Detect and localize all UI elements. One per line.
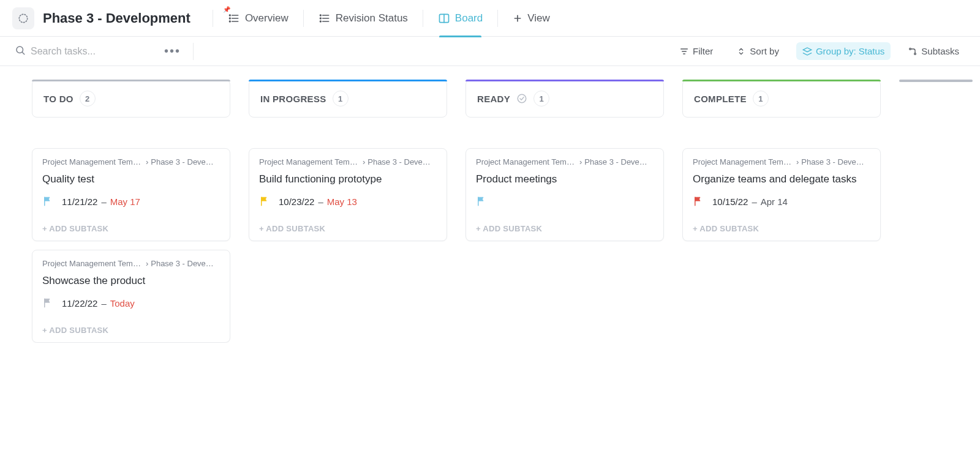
breadcrumb-leaf: Phase 3 - Deve…	[801, 157, 864, 166]
breadcrumb[interactable]: Project Management Tem…›Phase 3 - Deve…	[693, 157, 870, 166]
filter-button[interactable]: Filter	[673, 42, 719, 60]
flag-icon[interactable]	[693, 196, 704, 207]
breadcrumb-leaf: Phase 3 - Deve…	[151, 259, 214, 268]
date-separator: –	[752, 196, 756, 207]
tab-label: Board	[455, 12, 483, 24]
tab-board[interactable]: Board	[428, 0, 492, 37]
breadcrumb-leaf: Phase 3 - Deve…	[584, 157, 647, 166]
divider	[193, 43, 194, 60]
search-input[interactable]	[31, 46, 153, 57]
subtasks-button[interactable]: Subtasks	[902, 42, 965, 60]
add-subtask-button[interactable]: + ADD SUBTASK	[259, 224, 437, 233]
divider	[497, 10, 498, 27]
add-subtask-button[interactable]: + ADD SUBTASK	[42, 224, 220, 233]
column-count: 1	[333, 91, 349, 107]
cards-list: Project Management Tem…›Phase 3 - Deve…Q…	[32, 148, 230, 343]
end-date: May 13	[327, 196, 357, 207]
breadcrumb-root: Project Management Tem…	[42, 157, 141, 166]
task-card[interactable]: Project Management Tem…›Phase 3 - Deve…S…	[32, 250, 230, 343]
divider	[213, 10, 213, 27]
toolbar: ••• Filter Sort by Group by: Status Subt…	[0, 37, 980, 66]
svg-point-10	[320, 15, 321, 16]
board-icon	[438, 12, 450, 24]
page-title: Phase 3 - Development	[43, 10, 190, 26]
breadcrumb-root: Project Management Tem…	[476, 157, 575, 166]
task-card[interactable]: Project Management Tem…›Phase 3 - Deve…O…	[682, 148, 881, 241]
divider	[423, 10, 423, 27]
search-icon	[15, 45, 31, 58]
filter-label: Filter	[693, 46, 713, 56]
svg-point-4	[229, 15, 230, 16]
subtasks-label: Subtasks	[921, 46, 959, 56]
flag-icon[interactable]	[42, 297, 53, 308]
card-title: Build functioning prototype	[259, 173, 437, 186]
groupby-label: Group by:	[816, 46, 856, 56]
list-icon	[318, 12, 331, 24]
card-title: Organize teams and delegate tasks	[693, 173, 870, 186]
start-date: 10/23/22	[279, 196, 314, 207]
board-column: COMPLETE1Project Management Tem…›Phase 3…	[682, 80, 881, 343]
tab-label: View	[527, 12, 550, 24]
end-date: Apr 14	[761, 196, 788, 207]
board-column: READY1Project Management Tem…›Phase 3 - …	[466, 80, 664, 343]
breadcrumb-leaf: Phase 3 - Deve…	[368, 157, 431, 166]
date-separator: –	[101, 196, 106, 207]
sort-label: Sort by	[750, 46, 779, 56]
breadcrumb[interactable]: Project Management Tem…›Phase 3 - Deve…	[259, 157, 437, 166]
breadcrumb[interactable]: Project Management Tem…›Phase 3 - Deve…	[476, 157, 654, 166]
date-separator: –	[101, 298, 106, 308]
search-wrap	[15, 45, 153, 58]
breadcrumb-root: Project Management Tem…	[693, 157, 791, 166]
task-card[interactable]: Project Management Tem…›Phase 3 - Deve…P…	[466, 148, 664, 241]
cards-list: Project Management Tem…›Phase 3 - Deve…O…	[682, 148, 881, 241]
flag-icon[interactable]	[42, 196, 53, 207]
flag-icon[interactable]	[259, 196, 270, 207]
tab-add-view[interactable]: View	[503, 0, 560, 37]
card-meta	[476, 196, 654, 207]
breadcrumb[interactable]: Project Management Tem…›Phase 3 - Deve…	[42, 259, 220, 268]
tab-overview[interactable]: 📌 Overview	[218, 0, 298, 37]
add-subtask-button[interactable]: + ADD SUBTASK	[693, 224, 870, 233]
board-column: IN PROGRESS1Project Management Tem…›Phas…	[249, 80, 447, 343]
tab-label: Overview	[245, 12, 288, 24]
card-title: Quality test	[42, 173, 220, 186]
column-title: COMPLETE	[694, 94, 747, 104]
header-bar: Phase 3 - Development 📌 Overview Revisio…	[0, 0, 980, 37]
column-header[interactable]: COMPLETE1	[682, 80, 881, 118]
chevron-right-icon: ›	[579, 157, 582, 166]
svg-point-17	[17, 47, 23, 53]
plus-icon	[513, 13, 522, 23]
card-meta: 11/22/22–Today	[42, 297, 220, 308]
svg-line-18	[22, 52, 24, 54]
add-subtask-button[interactable]: + ADD SUBTASK	[476, 224, 654, 233]
start-date: 10/15/22	[712, 196, 748, 207]
tab-revision-status[interactable]: Revision Status	[309, 0, 418, 37]
task-card[interactable]: Project Management Tem…›Phase 3 - Deve…B…	[249, 148, 447, 241]
svg-point-6	[229, 21, 230, 22]
column-title: READY	[477, 94, 510, 104]
start-date: 11/22/22	[62, 298, 97, 308]
end-date: May 17	[110, 196, 140, 207]
column-header[interactable]: TO DO2	[32, 80, 230, 118]
task-card[interactable]: Project Management Tem…›Phase 3 - Deve…Q…	[32, 148, 230, 241]
svg-point-0	[19, 14, 27, 22]
flag-icon[interactable]	[476, 196, 487, 207]
more-button[interactable]: •••	[164, 44, 181, 58]
groupby-button[interactable]: Group by: Status	[796, 42, 891, 60]
sort-button[interactable]: Sort by	[730, 42, 785, 60]
breadcrumb[interactable]: Project Management Tem…›Phase 3 - Deve…	[42, 157, 220, 166]
card-meta: 10/23/22–May 13	[259, 196, 437, 207]
column-header[interactable]: IN PROGRESS1	[249, 80, 447, 118]
groupby-value: Status	[859, 46, 885, 56]
column-header[interactable]: READY1	[466, 80, 664, 118]
start-date: 11/21/22	[62, 196, 97, 207]
cards-list: Project Management Tem…›Phase 3 - Deve…P…	[466, 148, 664, 241]
svg-point-11	[320, 18, 321, 19]
chevron-right-icon: ›	[146, 157, 148, 166]
chevron-right-icon: ›	[363, 157, 365, 166]
breadcrumb-root: Project Management Tem…	[42, 259, 141, 268]
project-icon[interactable]	[12, 7, 34, 29]
add-subtask-button[interactable]: + ADD SUBTASK	[42, 326, 220, 335]
chevron-right-icon: ›	[146, 259, 148, 268]
date-separator: –	[318, 196, 323, 207]
